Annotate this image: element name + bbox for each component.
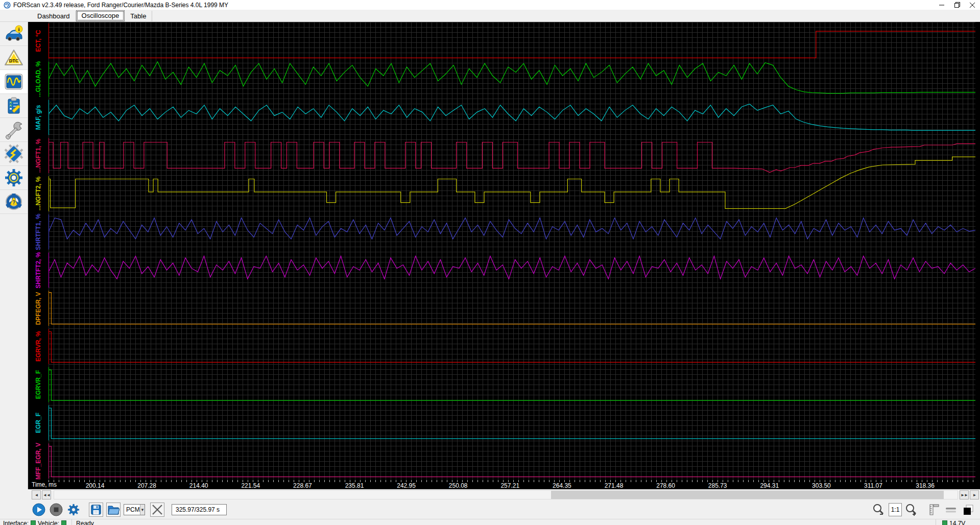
x-tick-label: 200.14 (86, 482, 105, 489)
scroll-to-end-button[interactable]: ► (970, 490, 979, 499)
x-tick-label: 214.40 (189, 482, 208, 489)
time-position-display: 325.97/325.97 s (172, 504, 227, 515)
svg-text:i: i (18, 26, 19, 32)
sidebar-item-dtc[interactable]: DTC (0, 46, 28, 70)
open-file-button[interactable] (106, 503, 121, 517)
channel-label: SHRTFT2, % (35, 252, 42, 288)
x-tick-label: 264.35 (553, 482, 571, 489)
scroll-to-start-button[interactable]: ◄ (32, 490, 41, 499)
x-tick-label: 294.31 (760, 482, 779, 489)
trace-shrtft2- (49, 256, 975, 279)
scroll-page-right-button[interactable]: ►► (960, 490, 969, 499)
interface-label: Interface: (3, 520, 29, 525)
trace-dpfegr-v (49, 293, 975, 324)
x-tick-label: 278.60 (656, 482, 675, 489)
battery-voltage: 14.7V (936, 519, 980, 525)
channel-label: EGR_F (35, 413, 42, 433)
sidebar-item-tests[interactable] (0, 94, 28, 118)
status-bar: Interface: Vehicle: Ready 14.7V (0, 519, 980, 525)
zoom-in-button[interactable] (904, 503, 918, 517)
scope-plot[interactable] (49, 22, 975, 480)
module-select[interactable]: PCM ▼ (124, 504, 145, 515)
zoom-out-button[interactable] (871, 503, 886, 517)
sidebar-item-service[interactable] (0, 118, 28, 142)
tab-dashboard[interactable]: Dashboard (32, 11, 76, 21)
oscilloscope-panel: ECT, °C...GLOAD, %MAF, g/s...NGFT1, %...… (28, 22, 980, 489)
channel-label: ECT, °C (35, 30, 42, 52)
x-tick-label: 207.28 (137, 482, 156, 489)
scroll-page-left-button[interactable]: ◄◄ (42, 490, 51, 499)
svg-text:DTC: DTC (9, 58, 19, 63)
scope-settings-button[interactable] (66, 503, 81, 517)
tab-oscilloscope[interactable]: Oscilloscope (76, 10, 125, 21)
car-info-icon: i (3, 23, 25, 44)
channel-label: SHRTFT1, % (35, 213, 42, 250)
stop-button[interactable] (49, 503, 63, 517)
x-tick-label: 257.21 (500, 482, 519, 489)
title-bar: FORScan v2.3.49 release, Ford Ranger/Cou… (0, 0, 980, 10)
channel-label-gutter: ECT, °C...GLOAD, %MAF, g/s...NGFT1, %...… (28, 22, 49, 480)
vehicle-label: Vehicle: (38, 520, 59, 525)
scrollbar-thumb[interactable] (551, 491, 944, 499)
tab-bar: Dashboard Oscilloscope Table (0, 10, 980, 22)
chip-icon (3, 144, 25, 164)
voltage-status-led (942, 520, 947, 525)
svg-text:?: ? (12, 200, 15, 205)
x-tick-label: 250.08 (449, 482, 468, 489)
x-tick-label: 303.50 (812, 482, 831, 489)
trace--ngft2- (49, 157, 975, 208)
background-color-button[interactable] (961, 503, 975, 517)
time-axis: Time, ms 200.14207.28214.40221.54228.672… (28, 480, 980, 489)
channel-label: ...NGFT2, % (35, 177, 42, 211)
window-title: FORScan v2.3.49 release, Ford Ranger/Cou… (13, 2, 934, 9)
sidebar-item-help[interactable]: ? (0, 190, 28, 214)
channel-label: EGRVR_F (35, 370, 42, 399)
restore-button[interactable] (949, 0, 965, 10)
oscilloscope-icon (3, 71, 25, 92)
x-tick-label: 318.36 (916, 482, 935, 489)
zoom-reset-button[interactable]: 1:1 (889, 503, 902, 516)
markers-disabled-button[interactable] (150, 503, 164, 517)
trace-egrvr- (49, 332, 975, 363)
scope-toolbar: PCM ▼ 325.97/325.97 s 1:1 (0, 500, 980, 519)
sidebar-item-vehicle-info[interactable]: i (0, 22, 28, 46)
wrench-icon (3, 120, 25, 140)
tab-table[interactable]: Table (125, 11, 152, 21)
tests-clipboard-icon (3, 96, 25, 116)
x-tick-label: 228.67 (293, 482, 312, 489)
trace--gload- (49, 62, 975, 93)
time-scrollbar: ◄ ◄◄ ►► ► (0, 489, 980, 500)
channel-label: MFF_EGR, V (35, 443, 42, 480)
minimize-button[interactable] (934, 0, 949, 10)
interface-status-led (31, 520, 36, 525)
ruler-button[interactable] (926, 503, 941, 517)
app-logo-icon (4, 2, 11, 9)
line-thickness-button[interactable] (944, 503, 958, 517)
vehicle-status-led (61, 520, 66, 525)
scrollbar-track[interactable] (54, 490, 958, 499)
play-button[interactable] (32, 503, 46, 517)
trace-egr-f (49, 408, 975, 439)
trace-mff-egr-v (49, 446, 975, 477)
x-tick-label: 271.48 (605, 482, 624, 489)
sidebar-item-oscilloscope[interactable] (0, 70, 28, 94)
axis-label: Time, ms (32, 481, 57, 488)
dtc-icon: DTC (3, 47, 25, 68)
trace-egrvr-f (49, 370, 975, 400)
trace-ect-c (49, 31, 975, 58)
scope-plot-svg (49, 22, 975, 480)
close-button[interactable] (965, 0, 980, 10)
channel-label: ...NGFT1, % (35, 138, 42, 173)
chevron-down-icon: ▼ (140, 505, 145, 515)
channel-label: EGRVR, % (35, 331, 42, 362)
connection-status: Interface: Vehicle: (0, 519, 72, 525)
sidebar-item-configuration[interactable] (0, 142, 28, 166)
save-button[interactable] (89, 503, 103, 517)
x-tick-label: 221.54 (241, 482, 260, 489)
channel-label: MAF, g/s (35, 105, 42, 130)
trace-maf-g-s (49, 104, 975, 131)
x-tick-label: 285.73 (708, 482, 727, 489)
channel-label: DPFEGR, V (35, 292, 42, 325)
voltage-value: 14.7V (949, 520, 965, 525)
sidebar-item-settings[interactable] (0, 166, 28, 190)
